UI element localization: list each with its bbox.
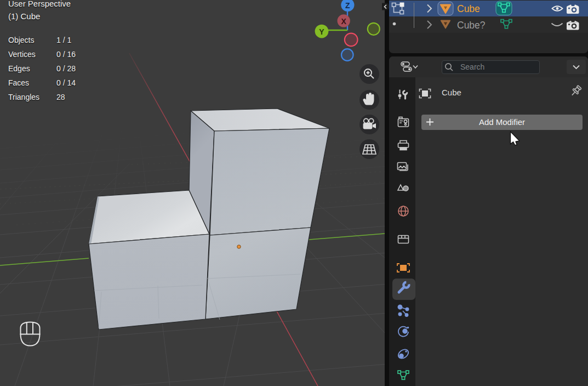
svg-text:X: X: [341, 17, 347, 26]
svg-text:Cube: Cube: [457, 3, 480, 14]
svg-text:Y: Y: [319, 27, 324, 36]
svg-text:Cube?: Cube?: [457, 20, 486, 31]
svg-text:Z: Z: [345, 1, 350, 10]
